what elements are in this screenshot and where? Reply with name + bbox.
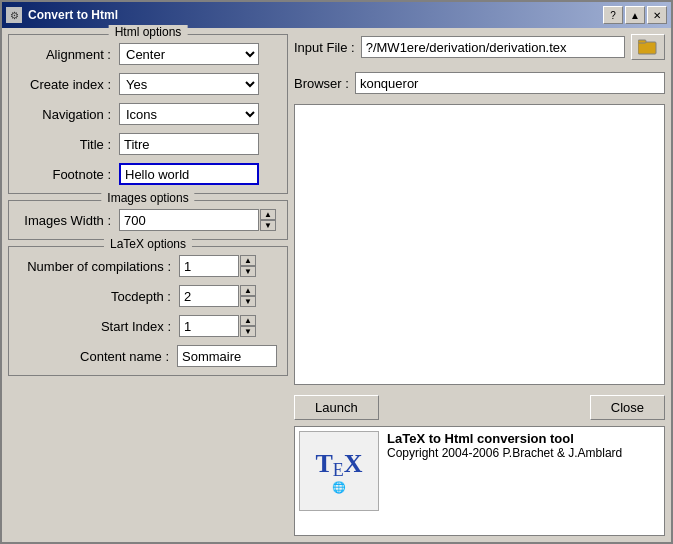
minimize-button[interactable]: ▲ <box>625 6 645 24</box>
num-compilations-input[interactable] <box>179 255 239 277</box>
tocdepth-down[interactable]: ▼ <box>240 296 256 307</box>
create-index-row: Create index : Yes No <box>19 73 277 95</box>
images-width-spinner: ▲ ▼ <box>119 209 276 231</box>
info-text-block: LaTeX to Html conversion tool Copyright … <box>387 431 622 531</box>
content-name-input[interactable] <box>177 345 277 367</box>
content-name-row: Content name : <box>19 345 277 367</box>
start-index-spinner: ▲ ▼ <box>179 315 256 337</box>
right-panel: Input File : Browser : Launch Clo <box>294 34 665 536</box>
input-file-input[interactable] <box>361 36 625 58</box>
tocdepth-label: Tocdepth : <box>19 289 179 304</box>
latex-options-box: LaTeX options Number of compilations : ▲… <box>8 247 288 376</box>
images-width-row: Images Width : ▲ ▼ <box>19 209 277 231</box>
start-index-row: Start Index : ▲ ▼ <box>19 315 277 337</box>
start-index-down[interactable]: ▼ <box>240 326 256 337</box>
close-title-button[interactable]: ✕ <box>647 6 667 24</box>
create-index-label: Create index : <box>19 77 119 92</box>
start-index-input[interactable] <box>179 315 239 337</box>
info-title: LaTeX to Html conversion tool <box>387 431 622 446</box>
alignment-row: Alignment : Center Left Right <box>19 43 277 65</box>
alignment-select[interactable]: Center Left Right <box>119 43 259 65</box>
num-compilations-label: Number of compilations : <box>19 259 179 274</box>
tocdepth-input[interactable] <box>179 285 239 307</box>
alignment-label: Alignment : <box>19 47 119 62</box>
info-copyright: Copyright 2004-2006 P.Brachet & J.Amblar… <box>387 446 622 460</box>
images-width-label: Images Width : <box>19 213 119 228</box>
browser-input[interactable] <box>355 72 665 94</box>
browse-button[interactable] <box>631 34 665 60</box>
start-index-up[interactable]: ▲ <box>240 315 256 326</box>
footnote-input[interactable] <box>119 163 259 185</box>
images-options-title: Images options <box>101 191 194 205</box>
preview-area <box>294 104 665 385</box>
html-options-title: Html options <box>109 25 188 39</box>
title-bar-buttons: ? ▲ ✕ <box>603 6 667 24</box>
tocdepth-up[interactable]: ▲ <box>240 285 256 296</box>
window-title: Convert to Html <box>28 8 603 22</box>
num-compilations-down[interactable]: ▼ <box>240 266 256 277</box>
navigation-select[interactable]: Icons Buttons Text <box>119 103 259 125</box>
tocdepth-row: Tocdepth : ▲ ▼ <box>19 285 277 307</box>
images-width-spinners: ▲ ▼ <box>260 209 276 231</box>
images-options-box: Images options Images Width : ▲ ▼ <box>8 201 288 240</box>
footnote-row: Footnote : <box>19 163 277 185</box>
input-file-label: Input File : <box>294 40 355 55</box>
num-compilations-spinner: ▲ ▼ <box>179 255 256 277</box>
bottom-buttons: Launch Close <box>294 395 665 420</box>
close-button[interactable]: Close <box>590 395 665 420</box>
launch-button[interactable]: Launch <box>294 395 379 420</box>
title-label: Title : <box>19 137 119 152</box>
svg-rect-0 <box>638 42 656 54</box>
browser-row: Browser : <box>294 72 665 94</box>
footnote-label: Footnote : <box>19 167 119 182</box>
title-input[interactable] <box>119 133 259 155</box>
tex-logo: TEX 🌐 <box>299 431 379 511</box>
latex-options-title: LaTeX options <box>104 237 192 251</box>
images-width-down[interactable]: ▼ <box>260 220 276 231</box>
num-compilations-up[interactable]: ▲ <box>240 255 256 266</box>
svg-rect-1 <box>638 40 646 43</box>
images-options-group: Images options Images Width : ▲ ▼ <box>8 200 288 240</box>
title-bar: ⚙ Convert to Html ? ▲ ✕ <box>2 2 671 28</box>
content-name-label: Content name : <box>19 349 177 364</box>
tocdepth-spinners: ▲ ▼ <box>240 285 256 307</box>
input-file-row: Input File : <box>294 34 665 60</box>
tocdepth-spinner: ▲ ▼ <box>179 285 256 307</box>
navigation-label: Navigation : <box>19 107 119 122</box>
images-width-input[interactable] <box>119 209 259 231</box>
images-width-up[interactable]: ▲ <box>260 209 276 220</box>
folder-icon <box>638 39 658 55</box>
navigation-row: Navigation : Icons Buttons Text <box>19 103 277 125</box>
window-icon: ⚙ <box>6 7 22 23</box>
num-compilations-spinners: ▲ ▼ <box>240 255 256 277</box>
info-panel: TEX 🌐 LaTeX to Html conversion tool Copy… <box>294 426 665 536</box>
html-options-box: Html options Alignment : Center Left Rig… <box>8 35 288 194</box>
browser-label: Browser : <box>294 76 349 91</box>
num-compilations-row: Number of compilations : ▲ ▼ <box>19 255 277 277</box>
latex-options-group: LaTeX options Number of compilations : ▲… <box>8 246 288 376</box>
start-index-spinners: ▲ ▼ <box>240 315 256 337</box>
start-index-label: Start Index : <box>19 319 179 334</box>
help-title-button[interactable]: ? <box>603 6 623 24</box>
main-content: Html options Alignment : Center Left Rig… <box>2 28 671 542</box>
html-options-group: Html options Alignment : Center Left Rig… <box>8 34 288 194</box>
create-index-select[interactable]: Yes No <box>119 73 259 95</box>
main-window: ⚙ Convert to Html ? ▲ ✕ Html options Ali… <box>0 0 673 544</box>
left-panel: Html options Alignment : Center Left Rig… <box>8 34 288 536</box>
title-row: Title : <box>19 133 277 155</box>
